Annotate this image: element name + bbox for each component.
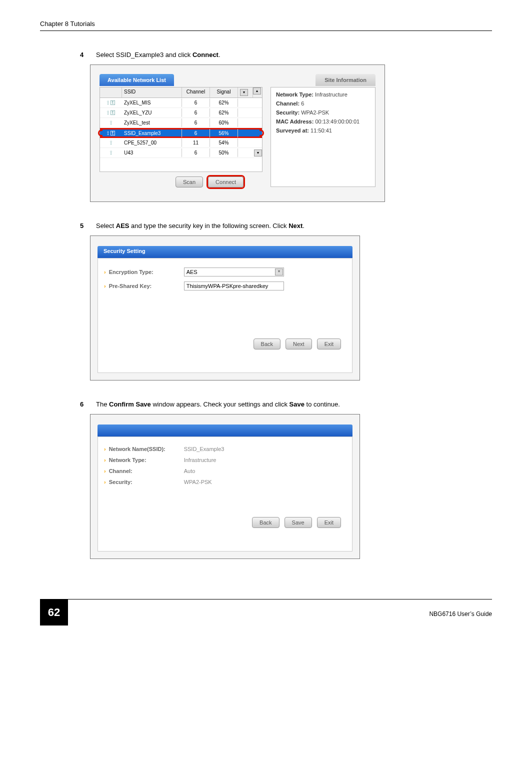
table-row-selected[interactable]: ⟟⚿ SSID_Example3 6 56% — [100, 128, 262, 138]
cell-ssid: U43 — [122, 148, 182, 157]
table-row[interactable]: ⟟⚿ ZyXEL_YZU 6 62% — [100, 108, 262, 118]
next-button[interactable]: Next — [286, 338, 312, 350]
panel-header-label: Security Setting — [104, 248, 146, 254]
chapter-title: Chapter 8 Tutorials — [40, 20, 95, 28]
step-text: Select SSID_Example3 and click Connect. — [96, 51, 220, 58]
step-4: 4 Select SSID_Example3 and click Connect… — [80, 51, 492, 58]
tab-site-information[interactable]: Site Information — [316, 74, 376, 86]
col-ssid[interactable]: SSID — [122, 88, 182, 98]
step-5: 5 Select AES and type the security key i… — [80, 222, 492, 230]
cell-ssid: ZyXEL_test — [122, 118, 182, 127]
wifi-icon: ⟟ — [100, 120, 122, 126]
text-part: Select — [96, 222, 116, 230]
scroll-down-icon[interactable]: ▾ — [254, 150, 262, 156]
cell-signal: 62% — [210, 98, 238, 107]
text-bold: Connect — [192, 51, 218, 58]
text-bold: Save — [290, 400, 304, 408]
cell-signal: 60% — [210, 118, 238, 127]
bullet-icon: › — [104, 479, 106, 485]
chevron-down-icon[interactable]: ▾ — [275, 268, 283, 276]
value-security: WPA2-PSK — [184, 479, 212, 485]
cell-signal: 54% — [210, 138, 238, 147]
text-part: . — [218, 51, 220, 58]
cell-ssid: ZyXEL_MIS — [122, 98, 182, 107]
label-preshared-key: Pre-Shared Key: — [109, 283, 184, 289]
guide-title: NBG6716 User’s Guide — [77, 608, 492, 618]
save-button[interactable]: Save — [284, 517, 312, 528]
bullet-icon: › — [104, 468, 106, 474]
text-bold: Next — [288, 222, 302, 230]
preshared-key-input[interactable] — [184, 282, 284, 290]
label-mac: MAC Address: — [276, 118, 314, 124]
value-channel: Auto — [184, 468, 196, 474]
cell-ssid: ZyXEL_YZU — [122, 108, 182, 117]
wifi-icon: ⟟⚿ — [100, 100, 122, 106]
panel-header — [98, 424, 352, 436]
text-part: Select SSID_Example3 and click — [96, 51, 192, 58]
wifi-icon: ⟟⚿ — [100, 110, 122, 116]
wifi-icon: ⟟⚿ — [100, 130, 122, 136]
step-number: 4 — [80, 51, 87, 58]
value-channel: 6 — [301, 100, 304, 106]
bullet-icon: › — [104, 269, 106, 275]
figure-confirm-save: › Network Name(SSID): SSID_Example3 › Ne… — [90, 414, 360, 559]
scan-button[interactable]: Scan — [176, 176, 203, 188]
cell-channel: 11 — [182, 138, 210, 147]
step-6: 6 The Confirm Save window appears. Check… — [80, 400, 492, 408]
value-surveyed: 11:50:41 — [310, 128, 332, 134]
table-row[interactable]: ⟟ ZyXEL_test 6 60% — [100, 118, 262, 128]
bullet-icon: › — [104, 283, 106, 289]
cell-ssid: SSID_Example3 — [122, 129, 182, 138]
step-text: The Confirm Save window appears. Check y… — [96, 400, 340, 408]
page-number: 62 — [40, 600, 68, 626]
value-security: WPA2-PSK — [301, 110, 329, 116]
label-security: Security: — [109, 479, 184, 485]
back-button[interactable]: Back — [252, 517, 279, 528]
label-network-type: Network Type: — [276, 92, 314, 98]
bullet-icon: › — [104, 446, 106, 452]
bullet-icon: › — [104, 457, 106, 463]
label-security: Security: — [276, 110, 300, 116]
table-row[interactable]: ⟟⚿ ZyXEL_MIS 6 62% — [100, 98, 262, 108]
step-number: 6 — [80, 400, 87, 408]
value-network-type: Infrastructure — [184, 457, 216, 463]
cell-channel: 6 — [182, 118, 210, 127]
figure-network-list: Available Network List Site Information … — [90, 64, 385, 202]
text-part: and type the security key in the followi… — [129, 222, 288, 230]
sort-icon[interactable]: ▾ — [240, 89, 248, 96]
text-part: window appears. Check your settings and … — [151, 400, 290, 408]
cell-channel: 6 — [182, 129, 210, 138]
label-surveyed: Surveyed at: — [276, 128, 309, 134]
cell-signal: 62% — [210, 108, 238, 117]
back-button[interactable]: Back — [254, 338, 280, 350]
text-part: The — [96, 400, 109, 408]
step-text: Select AES and type the security key in … — [96, 222, 304, 230]
cell-channel: 6 — [182, 108, 210, 117]
table-row[interactable]: ⟟ U43 6 50% ▾ — [100, 148, 262, 158]
col-signal[interactable]: Signal — [210, 88, 238, 98]
encryption-type-select[interactable] — [184, 268, 284, 276]
connect-button[interactable]: Connect — [208, 176, 244, 188]
exit-button[interactable]: Exit — [317, 517, 341, 528]
scroll-up-icon[interactable]: ▴ — [253, 88, 261, 94]
text-bold: Confirm Save — [109, 400, 151, 408]
figure-security-setting: Security Setting › Encryption Type: ▾ › … — [90, 236, 360, 380]
tab-available-networks[interactable]: Available Network List — [100, 74, 174, 86]
col-icon — [100, 88, 122, 98]
text-part: . — [302, 222, 304, 230]
network-table: SSID Channel Signal ▾ ▴ ⟟⚿ ZyXEL_MIS 6 6… — [100, 87, 262, 172]
table-row[interactable]: ⟟ CPE_5257_00 11 54% — [100, 138, 262, 148]
label-channel: Channel: — [276, 100, 300, 106]
label-network-name: Network Name(SSID): — [109, 446, 184, 452]
cell-channel: 6 — [182, 98, 210, 107]
site-info-panel: Network Type: Infrastructure Channel: 6 … — [270, 87, 376, 187]
cell-ssid: CPE_5257_00 — [122, 138, 182, 147]
value-network-name: SSID_Example3 — [184, 446, 224, 452]
exit-button[interactable]: Exit — [317, 338, 341, 350]
text-part: to continue. — [304, 400, 340, 408]
text-bold: AES — [116, 222, 130, 230]
col-channel[interactable]: Channel — [182, 88, 210, 98]
label-channel: Channel: — [109, 468, 184, 474]
step-number: 5 — [80, 222, 87, 230]
wifi-icon: ⟟ — [100, 140, 122, 146]
